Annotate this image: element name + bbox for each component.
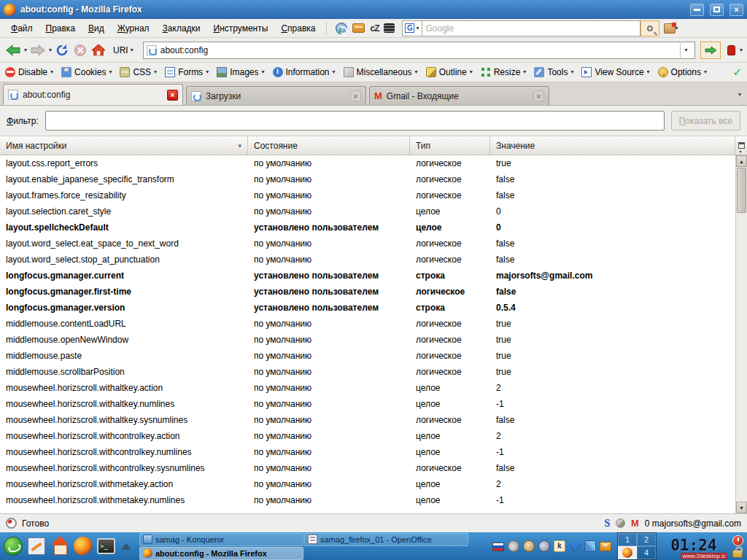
firefox-launcher[interactable] — [72, 536, 93, 557]
pref-row[interactable]: mousewheel.horizscroll.withmetakey.numli… — [0, 492, 735, 508]
pager-desktop-4[interactable]: 4 — [637, 546, 656, 559]
url-history-dropdown[interactable]: ▾ — [680, 43, 692, 58]
panel-expand-icon[interactable] — [121, 543, 131, 550]
window-titlebar[interactable]: about:config - Mozilla Firefox × — [0, 0, 747, 19]
scrollbar-track[interactable] — [736, 214, 747, 502]
vertical-scrollbar[interactable]: ▲ ▼ — [735, 155, 747, 513]
forward-history-dropdown[interactable]: ▾ — [49, 47, 52, 53]
url-text[interactable]: about:config — [160, 45, 676, 55]
go-button[interactable] — [700, 42, 721, 59]
column-picker-button[interactable] — [735, 136, 747, 155]
devbar-item-miscellaneous[interactable]: Miscellaneous▾ — [344, 67, 418, 77]
close-icon[interactable]: × — [533, 90, 544, 101]
show-all-button[interactable]: Показать все — [671, 111, 740, 131]
devbar-item-resize[interactable]: Resize▾ — [481, 67, 527, 77]
search-engine-button[interactable]: G ▾ — [402, 20, 421, 36]
pager-desktop-1[interactable]: 1 — [618, 533, 637, 546]
scroll-down-button[interactable]: ▼ — [736, 502, 747, 513]
forward-button[interactable] — [29, 43, 47, 58]
tab-gmail[interactable]: MGmail - Входящие× — [369, 86, 549, 105]
back-history-dropdown[interactable]: ▾ — [24, 47, 27, 53]
terminal-launcher[interactable]: >_ — [96, 536, 117, 557]
kget-icon[interactable] — [569, 543, 581, 551]
devbar-item-images[interactable]: Images▾ — [217, 67, 264, 77]
pref-row[interactable]: mousewheel.horizscroll.withaltkey.action… — [0, 380, 735, 396]
scroll-up-button[interactable]: ▲ — [736, 155, 747, 167]
pref-row[interactable]: layout.frames.force_resizabilityпо умолч… — [0, 187, 735, 203]
gmail-status-text[interactable]: 0 majorsofts@gmail.com — [645, 518, 741, 529]
clock-area[interactable]: 01:24 www.2desktop.ic — [660, 532, 727, 560]
pref-row[interactable]: layout.word_select.eat_space_to_next_wor… — [0, 236, 735, 252]
uri-dropdown[interactable]: URI ▾ — [109, 45, 138, 55]
pref-row[interactable]: longfocus.gmanager.versionустановлено по… — [0, 300, 735, 316]
devbar-item-cookies[interactable]: Cookies▾ — [61, 67, 112, 77]
volume-icon[interactable] — [508, 540, 519, 552]
toolbox-icon[interactable] — [352, 23, 365, 33]
close-icon[interactable]: × — [167, 90, 178, 101]
pref-row[interactable]: mousewheel.horizscroll.withaltkey.numlin… — [0, 396, 735, 412]
lock-icon[interactable] — [732, 550, 743, 558]
pref-row[interactable]: layout.css.report_errorsпо умолчаниюлоги… — [0, 155, 735, 171]
column-header-name[interactable]: Имя настройки ▾ — [0, 136, 248, 155]
minimize-button[interactable] — [690, 4, 704, 16]
column-header-value[interactable]: Значение — [490, 136, 735, 155]
tab-downloads[interactable]: Загрузки× — [186, 86, 366, 105]
logout-icon[interactable] — [732, 535, 743, 546]
devbar-item-information[interactable]: Information▾ — [273, 67, 336, 77]
pref-row[interactable]: middlemouse.scrollbarPositionпо умолчани… — [0, 364, 735, 380]
statusbar-extension-icon[interactable] — [6, 518, 17, 529]
server-stack-icon[interactable] — [384, 23, 395, 33]
url-bar[interactable]: about:config ▾ — [143, 42, 695, 59]
pref-row[interactable]: mousewheel.horizscroll.withcontrolkey.sy… — [0, 460, 735, 476]
colorzilla-icon[interactable]: cZ — [370, 23, 379, 34]
menu-history[interactable]: Журнал — [111, 20, 156, 36]
adblock-icon[interactable] — [616, 518, 625, 528]
network-icon[interactable] — [584, 540, 596, 552]
stylish-icon[interactable]: S — [604, 518, 610, 529]
mail-notifier-icon[interactable] — [600, 542, 611, 551]
back-button[interactable] — [4, 43, 22, 58]
pref-row[interactable]: middlemouse.pasteпо умолчаниюлогическоеt… — [0, 348, 735, 364]
menu-tools[interactable]: Инструменты — [207, 20, 275, 36]
devbar-item-forms[interactable]: Forms▾ — [165, 67, 209, 77]
klipper-icon[interactable]: k — [554, 540, 565, 552]
pref-row[interactable]: mousewheel.horizscroll.withaltkey.sysnum… — [0, 412, 735, 428]
taskbar-task-firefox[interactable]: about:config - Mozilla Firefox — [139, 547, 303, 560]
stop-button[interactable] — [72, 42, 88, 58]
menu-file[interactable]: Файл — [4, 20, 39, 36]
pref-row[interactable]: longfocus.gmanager.currentустановлено по… — [0, 268, 735, 284]
taskbar-task-konqueror[interactable]: samag - Konqueror — [139, 533, 303, 546]
menu-bookmarks[interactable]: Закладки — [156, 20, 207, 36]
reload-button[interactable] — [54, 42, 70, 58]
keyboard-layout-icon[interactable] — [492, 542, 504, 551]
pref-row[interactable]: layout.selection.caret_styleпо умолчанию… — [0, 203, 735, 219]
devbar-item-outline[interactable]: Outline▾ — [426, 67, 473, 77]
pref-row[interactable]: mousewheel.horizscroll.withcontrolkey.nu… — [0, 444, 735, 460]
close-button[interactable]: × — [729, 4, 743, 16]
search-input[interactable] — [422, 20, 640, 36]
extension-icon[interactable] — [727, 45, 735, 55]
filter-input[interactable] — [45, 111, 665, 131]
pager-desktop-2[interactable]: 2 — [637, 533, 656, 546]
search-go-button[interactable] — [640, 20, 659, 36]
suse-menu-button[interactable] — [2, 536, 23, 557]
gmail-icon[interactable]: M — [631, 518, 639, 529]
kandalf-icon[interactable] — [523, 540, 535, 552]
home-button[interactable] — [90, 43, 107, 58]
chevron-down-icon[interactable]: ▾ — [740, 47, 743, 53]
pref-row[interactable]: mousewheel.horizscroll.withcontrolkey.ac… — [0, 428, 735, 444]
home-folder-launcher[interactable] — [49, 536, 70, 557]
pref-row[interactable]: layout.enable_japanese_specific_transfor… — [0, 171, 735, 187]
pref-row[interactable]: layout.spellcheckDefaultустановлено поль… — [0, 219, 735, 236]
pref-row[interactable]: longfocus.gmanager.first-timeустановлено… — [0, 284, 735, 300]
session-restore-icon[interactable] — [336, 23, 347, 34]
pref-row[interactable]: middlemouse.contentLoadURLпо умолчаниюло… — [0, 316, 735, 332]
pref-row[interactable]: layout.word_select.stop_at_punctuationпо… — [0, 252, 735, 268]
column-header-status[interactable]: Состояние — [248, 136, 410, 155]
column-header-type[interactable]: Тип — [410, 136, 490, 155]
devbar-item-view-source[interactable]: View Source▾ — [581, 67, 649, 77]
menu-view[interactable]: Вид — [82, 20, 111, 36]
close-icon[interactable]: × — [350, 90, 361, 101]
taskbar-task-openoffice[interactable]: samag_firefox_01 - OpenOffice — [304, 533, 468, 546]
scrollbar-thumb[interactable] — [737, 168, 746, 213]
